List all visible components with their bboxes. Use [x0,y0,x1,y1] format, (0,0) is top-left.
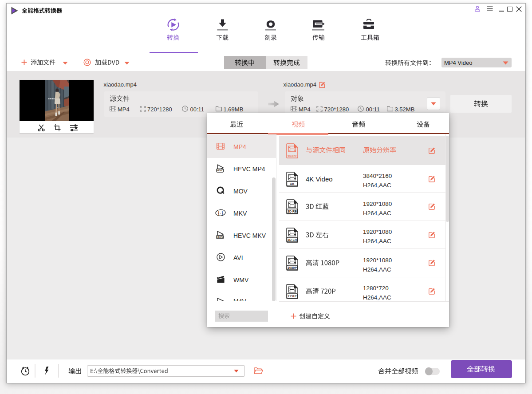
svg-text:source: source [287,154,296,158]
svg-text:HEVC: HEVC [217,169,223,172]
svg-text:3D LR: 3D LR [288,238,297,241]
svg-text:1080P: 1080P [288,266,297,269]
svg-text:HEVC: HEVC [217,236,223,238]
svg-text:{·}: {·} [218,210,223,216]
svg-text:720P: 720P [288,294,296,297]
svg-text:3D RB: 3D RB [288,210,297,213]
svg-text:4K: 4K [290,182,294,185]
